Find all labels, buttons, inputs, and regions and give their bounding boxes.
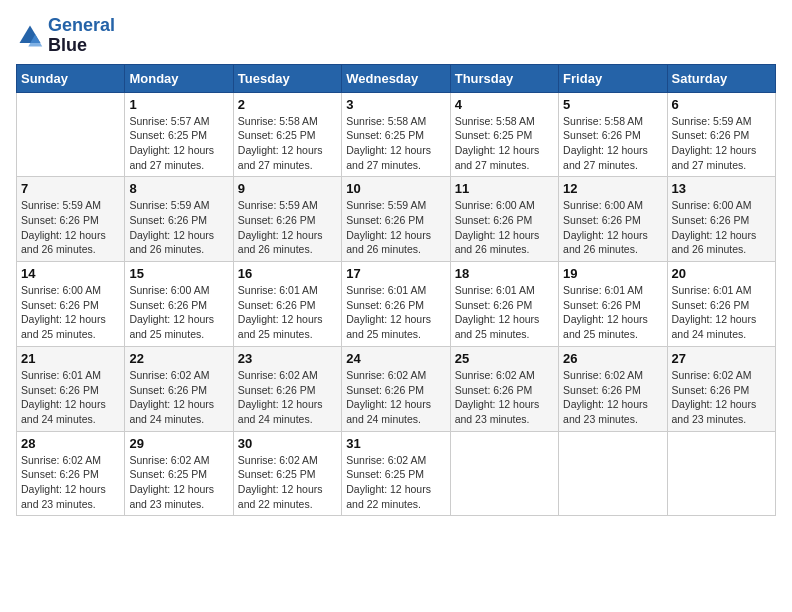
logo-icon — [16, 22, 44, 50]
day-number: 23 — [238, 351, 337, 366]
day-info: Sunrise: 6:00 AM Sunset: 6:26 PM Dayligh… — [129, 283, 228, 342]
calendar-cell: 15Sunrise: 6:00 AM Sunset: 6:26 PM Dayli… — [125, 262, 233, 347]
weekday-header: Thursday — [450, 64, 558, 92]
day-info: Sunrise: 6:02 AM Sunset: 6:26 PM Dayligh… — [129, 368, 228, 427]
day-number: 15 — [129, 266, 228, 281]
calendar-week-row: 1Sunrise: 5:57 AM Sunset: 6:25 PM Daylig… — [17, 92, 776, 177]
day-info: Sunrise: 6:02 AM Sunset: 6:25 PM Dayligh… — [346, 453, 445, 512]
day-info: Sunrise: 6:02 AM Sunset: 6:25 PM Dayligh… — [129, 453, 228, 512]
logo: GeneralBlue — [16, 16, 115, 56]
day-info: Sunrise: 6:01 AM Sunset: 6:26 PM Dayligh… — [672, 283, 771, 342]
day-number: 11 — [455, 181, 554, 196]
day-info: Sunrise: 6:02 AM Sunset: 6:26 PM Dayligh… — [563, 368, 662, 427]
weekday-header: Sunday — [17, 64, 125, 92]
day-info: Sunrise: 6:02 AM Sunset: 6:26 PM Dayligh… — [672, 368, 771, 427]
calendar-table: SundayMondayTuesdayWednesdayThursdayFrid… — [16, 64, 776, 517]
calendar-cell: 17Sunrise: 6:01 AM Sunset: 6:26 PM Dayli… — [342, 262, 450, 347]
day-number: 6 — [672, 97, 771, 112]
day-number: 17 — [346, 266, 445, 281]
day-number: 3 — [346, 97, 445, 112]
calendar-cell: 9Sunrise: 5:59 AM Sunset: 6:26 PM Daylig… — [233, 177, 341, 262]
day-number: 4 — [455, 97, 554, 112]
day-info: Sunrise: 6:02 AM Sunset: 6:25 PM Dayligh… — [238, 453, 337, 512]
calendar-cell: 23Sunrise: 6:02 AM Sunset: 6:26 PM Dayli… — [233, 346, 341, 431]
day-number: 26 — [563, 351, 662, 366]
day-info: Sunrise: 6:02 AM Sunset: 6:26 PM Dayligh… — [455, 368, 554, 427]
calendar-cell: 20Sunrise: 6:01 AM Sunset: 6:26 PM Dayli… — [667, 262, 775, 347]
day-info: Sunrise: 5:57 AM Sunset: 6:25 PM Dayligh… — [129, 114, 228, 173]
day-info: Sunrise: 6:00 AM Sunset: 6:26 PM Dayligh… — [672, 198, 771, 257]
day-number: 7 — [21, 181, 120, 196]
day-info: Sunrise: 5:59 AM Sunset: 6:26 PM Dayligh… — [672, 114, 771, 173]
weekday-header: Monday — [125, 64, 233, 92]
calendar-cell: 6Sunrise: 5:59 AM Sunset: 6:26 PM Daylig… — [667, 92, 775, 177]
day-number: 27 — [672, 351, 771, 366]
calendar-cell: 18Sunrise: 6:01 AM Sunset: 6:26 PM Dayli… — [450, 262, 558, 347]
calendar-cell: 14Sunrise: 6:00 AM Sunset: 6:26 PM Dayli… — [17, 262, 125, 347]
day-number: 24 — [346, 351, 445, 366]
day-number: 14 — [21, 266, 120, 281]
day-number: 25 — [455, 351, 554, 366]
day-info: Sunrise: 6:02 AM Sunset: 6:26 PM Dayligh… — [238, 368, 337, 427]
calendar-cell: 10Sunrise: 5:59 AM Sunset: 6:26 PM Dayli… — [342, 177, 450, 262]
day-info: Sunrise: 5:58 AM Sunset: 6:26 PM Dayligh… — [563, 114, 662, 173]
calendar-cell: 4Sunrise: 5:58 AM Sunset: 6:25 PM Daylig… — [450, 92, 558, 177]
calendar-cell — [450, 431, 558, 516]
day-number: 16 — [238, 266, 337, 281]
day-number: 13 — [672, 181, 771, 196]
calendar-cell: 31Sunrise: 6:02 AM Sunset: 6:25 PM Dayli… — [342, 431, 450, 516]
day-number: 28 — [21, 436, 120, 451]
day-number: 29 — [129, 436, 228, 451]
calendar-cell: 21Sunrise: 6:01 AM Sunset: 6:26 PM Dayli… — [17, 346, 125, 431]
weekday-header: Saturday — [667, 64, 775, 92]
day-info: Sunrise: 6:01 AM Sunset: 6:26 PM Dayligh… — [563, 283, 662, 342]
calendar-cell: 30Sunrise: 6:02 AM Sunset: 6:25 PM Dayli… — [233, 431, 341, 516]
day-info: Sunrise: 6:02 AM Sunset: 6:26 PM Dayligh… — [346, 368, 445, 427]
day-number: 31 — [346, 436, 445, 451]
calendar-cell: 19Sunrise: 6:01 AM Sunset: 6:26 PM Dayli… — [559, 262, 667, 347]
calendar-week-row: 21Sunrise: 6:01 AM Sunset: 6:26 PM Dayli… — [17, 346, 776, 431]
calendar-cell: 22Sunrise: 6:02 AM Sunset: 6:26 PM Dayli… — [125, 346, 233, 431]
day-number: 10 — [346, 181, 445, 196]
day-number: 20 — [672, 266, 771, 281]
day-number: 9 — [238, 181, 337, 196]
calendar-cell: 24Sunrise: 6:02 AM Sunset: 6:26 PM Dayli… — [342, 346, 450, 431]
day-number: 21 — [21, 351, 120, 366]
calendar-cell: 3Sunrise: 5:58 AM Sunset: 6:25 PM Daylig… — [342, 92, 450, 177]
weekday-header: Tuesday — [233, 64, 341, 92]
day-number: 12 — [563, 181, 662, 196]
day-number: 5 — [563, 97, 662, 112]
day-number: 22 — [129, 351, 228, 366]
day-number: 8 — [129, 181, 228, 196]
day-number: 19 — [563, 266, 662, 281]
logo-text: GeneralBlue — [48, 16, 115, 56]
calendar-cell: 12Sunrise: 6:00 AM Sunset: 6:26 PM Dayli… — [559, 177, 667, 262]
calendar-cell: 11Sunrise: 6:00 AM Sunset: 6:26 PM Dayli… — [450, 177, 558, 262]
calendar-week-row: 28Sunrise: 6:02 AM Sunset: 6:26 PM Dayli… — [17, 431, 776, 516]
weekday-header: Wednesday — [342, 64, 450, 92]
calendar-week-row: 14Sunrise: 6:00 AM Sunset: 6:26 PM Dayli… — [17, 262, 776, 347]
day-info: Sunrise: 6:00 AM Sunset: 6:26 PM Dayligh… — [455, 198, 554, 257]
calendar-week-row: 7Sunrise: 5:59 AM Sunset: 6:26 PM Daylig… — [17, 177, 776, 262]
day-info: Sunrise: 5:59 AM Sunset: 6:26 PM Dayligh… — [21, 198, 120, 257]
day-info: Sunrise: 5:58 AM Sunset: 6:25 PM Dayligh… — [455, 114, 554, 173]
calendar-cell — [17, 92, 125, 177]
calendar-cell: 27Sunrise: 6:02 AM Sunset: 6:26 PM Dayli… — [667, 346, 775, 431]
day-info: Sunrise: 5:59 AM Sunset: 6:26 PM Dayligh… — [346, 198, 445, 257]
day-number: 1 — [129, 97, 228, 112]
weekday-header: Friday — [559, 64, 667, 92]
calendar-cell: 13Sunrise: 6:00 AM Sunset: 6:26 PM Dayli… — [667, 177, 775, 262]
day-info: Sunrise: 6:02 AM Sunset: 6:26 PM Dayligh… — [21, 453, 120, 512]
page-header: GeneralBlue — [16, 16, 776, 56]
calendar-cell: 7Sunrise: 5:59 AM Sunset: 6:26 PM Daylig… — [17, 177, 125, 262]
day-number: 2 — [238, 97, 337, 112]
day-info: Sunrise: 5:59 AM Sunset: 6:26 PM Dayligh… — [129, 198, 228, 257]
calendar-cell: 26Sunrise: 6:02 AM Sunset: 6:26 PM Dayli… — [559, 346, 667, 431]
day-info: Sunrise: 6:01 AM Sunset: 6:26 PM Dayligh… — [21, 368, 120, 427]
day-info: Sunrise: 5:59 AM Sunset: 6:26 PM Dayligh… — [238, 198, 337, 257]
weekday-header-row: SundayMondayTuesdayWednesdayThursdayFrid… — [17, 64, 776, 92]
calendar-cell: 2Sunrise: 5:58 AM Sunset: 6:25 PM Daylig… — [233, 92, 341, 177]
day-info: Sunrise: 5:58 AM Sunset: 6:25 PM Dayligh… — [238, 114, 337, 173]
day-info: Sunrise: 6:00 AM Sunset: 6:26 PM Dayligh… — [563, 198, 662, 257]
day-info: Sunrise: 6:00 AM Sunset: 6:26 PM Dayligh… — [21, 283, 120, 342]
